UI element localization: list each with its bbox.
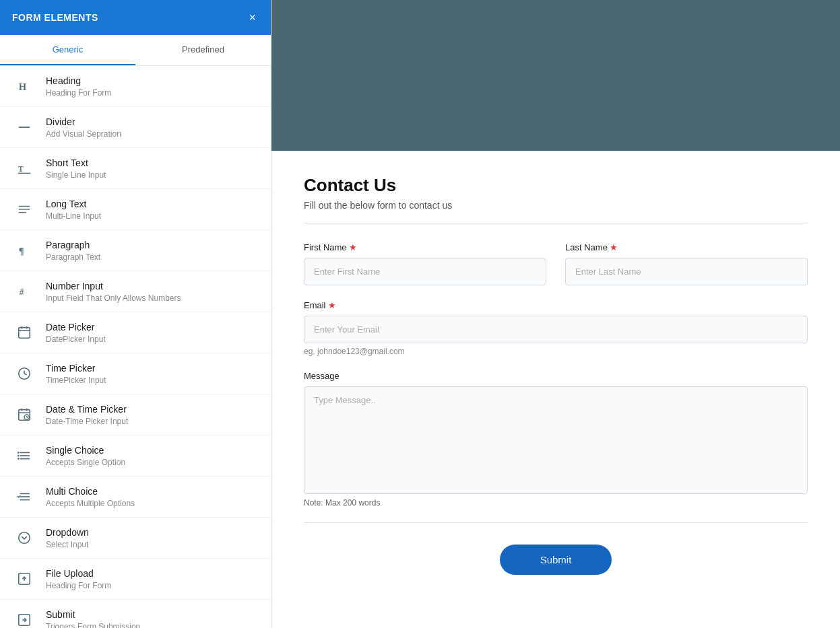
- form-area: Contact Us Fill out the below form to co…: [271, 151, 840, 628]
- close-button[interactable]: ×: [246, 9, 259, 26]
- svg-point-32: [19, 532, 30, 544]
- sidebar-title: FORM ELEMENTS: [12, 12, 98, 23]
- svg-text:¶: ¶: [19, 246, 24, 256]
- email-hint: eg. johndoe123@gmail.com: [304, 347, 808, 356]
- item-label-datetime-picker: Date & Time Picker: [46, 403, 128, 415]
- sidebar-item-file-upload[interactable]: File Upload Heading For Form: [0, 559, 271, 600]
- item-label-file-upload: File Upload: [46, 567, 111, 580]
- sidebar: FORM ELEMENTS × Generic Predefined H Hea…: [0, 0, 271, 628]
- tab-generic[interactable]: Generic: [0, 35, 135, 65]
- item-label-time-picker: Time Picker: [46, 362, 106, 374]
- sidebar-item-time-picker[interactable]: Time Picker TimePicker Input: [0, 353, 271, 394]
- tab-predefined[interactable]: Predefined: [135, 35, 271, 65]
- svg-point-27: [18, 455, 20, 457]
- last-name-input[interactable]: [565, 258, 808, 285]
- form-subtitle: Fill out the below form to contact us: [304, 200, 808, 211]
- long-text-icon: [12, 197, 36, 221]
- first-name-group: First Name★: [304, 242, 546, 285]
- svg-text:T: T: [18, 164, 24, 174]
- svg-text:#: #: [20, 287, 24, 297]
- item-sublabel-dropdown: Select Input: [46, 540, 89, 549]
- item-label-divider: Divider: [46, 116, 121, 128]
- email-required: ★: [328, 300, 336, 310]
- paragraph-icon: ¶: [12, 238, 36, 263]
- first-name-label: First Name★: [304, 242, 546, 252]
- sidebar-item-single-choice[interactable]: Single Choice Accepts Single Option: [0, 435, 271, 477]
- date-picker-icon: [12, 320, 36, 345]
- email-group: Email★ eg. johndoe123@gmail.com: [304, 300, 808, 356]
- form-top-divider: [304, 223, 808, 223]
- sidebar-item-divider[interactable]: Divider Add Visual Sepration: [0, 107, 271, 148]
- item-sublabel-short-text: Single Line Input: [46, 170, 106, 180]
- message-input[interactable]: [304, 386, 808, 494]
- item-label-date-picker: Date Picker: [46, 321, 106, 333]
- last-name-group: Last Name★: [565, 242, 808, 285]
- svg-line-22: [27, 417, 28, 418]
- form-bottom-divider: [304, 522, 808, 523]
- message-group: Message Note: Max 200 words: [304, 371, 808, 508]
- item-label-short-text: Short Text: [46, 157, 106, 169]
- form-title: Contact Us: [304, 175, 808, 196]
- last-name-required: ★: [610, 242, 618, 252]
- divider-icon: [12, 115, 36, 139]
- item-sublabel-divider: Add Visual Sepration: [46, 129, 121, 139]
- svg-rect-9: [19, 328, 30, 339]
- item-label-single-choice: Single Choice: [46, 444, 125, 456]
- first-name-input[interactable]: [304, 258, 546, 285]
- sidebar-item-long-text[interactable]: Long Text Multi-Line Input: [0, 189, 271, 230]
- dropdown-icon: [12, 526, 36, 550]
- item-sublabel-heading: Heading For Form: [46, 88, 111, 98]
- sidebar-header: FORM ELEMENTS ×: [0, 0, 271, 35]
- message-note: Note: Max 200 words: [304, 498, 808, 508]
- first-name-required: ★: [349, 242, 357, 252]
- sidebar-item-number-input[interactable]: # Number Input Input Field That Only All…: [0, 271, 271, 312]
- item-label-number-input: Number Input: [46, 280, 181, 292]
- item-label-paragraph: Paragraph: [46, 239, 100, 251]
- item-sublabel-submit: Triggers Form Submission: [46, 622, 140, 628]
- main-area: Contact Us Fill out the below form to co…: [271, 0, 840, 628]
- message-label: Message: [304, 371, 808, 381]
- submit-button[interactable]: Submit: [500, 545, 612, 575]
- sidebar-item-submit[interactable]: Submit Triggers Form Submission: [0, 600, 271, 628]
- item-sublabel-multi-choice: Accepts Multiple Options: [46, 499, 135, 508]
- tab-bar: Generic Predefined: [0, 35, 271, 66]
- sidebar-list: H Heading Heading For Form Divider Add V…: [0, 66, 271, 628]
- item-sublabel-file-upload: Heading For Form: [46, 581, 111, 590]
- number-input-icon: #: [12, 279, 36, 304]
- sidebar-item-paragraph[interactable]: ¶ Paragraph Paragraph Text: [0, 230, 271, 271]
- item-sublabel-single-choice: Accepts Single Option: [46, 458, 125, 467]
- item-sublabel-date-picker: DatePicker Input: [46, 335, 106, 344]
- submit-icon: [12, 608, 36, 628]
- name-row: First Name★ Last Name★: [304, 242, 808, 285]
- item-label-heading: Heading: [46, 75, 111, 87]
- item-sublabel-long-text: Multi-Line Input: [46, 211, 101, 221]
- svg-text:H: H: [19, 81, 27, 92]
- datetime-picker-icon: [12, 403, 36, 427]
- submit-row: Submit: [304, 545, 808, 575]
- item-label-long-text: Long Text: [46, 198, 101, 210]
- single-choice-icon: [12, 444, 36, 468]
- last-name-label: Last Name★: [565, 242, 808, 252]
- item-sublabel-number-input: Input Field That Only Allows Numbers: [46, 293, 181, 303]
- sidebar-item-dropdown[interactable]: Dropdown Select Input: [0, 518, 271, 559]
- item-label-dropdown: Dropdown: [46, 526, 89, 538]
- svg-line-15: [24, 374, 27, 375]
- sidebar-item-short-text[interactable]: T Short Text Single Line Input: [0, 148, 271, 189]
- svg-point-28: [18, 458, 20, 460]
- svg-point-26: [18, 452, 20, 454]
- item-sublabel-paragraph: Paragraph Text: [46, 252, 100, 262]
- multi-choice-icon: [12, 485, 36, 509]
- item-sublabel-datetime-picker: Date-Time Picker Input: [46, 417, 128, 426]
- file-upload-icon: [12, 567, 36, 591]
- top-background: [271, 0, 840, 151]
- heading-icon: H: [12, 74, 36, 98]
- email-label: Email★: [304, 300, 808, 310]
- sidebar-item-date-picker[interactable]: Date Picker DatePicker Input: [0, 312, 271, 353]
- sidebar-item-heading[interactable]: H Heading Heading For Form: [0, 66, 271, 107]
- sidebar-item-multi-choice[interactable]: Multi Choice Accepts Multiple Options: [0, 477, 271, 518]
- time-picker-icon: [12, 361, 36, 386]
- item-label-submit: Submit: [46, 608, 140, 621]
- short-text-icon: T: [12, 156, 36, 180]
- sidebar-item-datetime-picker[interactable]: Date & Time Picker Date-Time Picker Inpu…: [0, 394, 271, 435]
- email-input[interactable]: [304, 316, 808, 343]
